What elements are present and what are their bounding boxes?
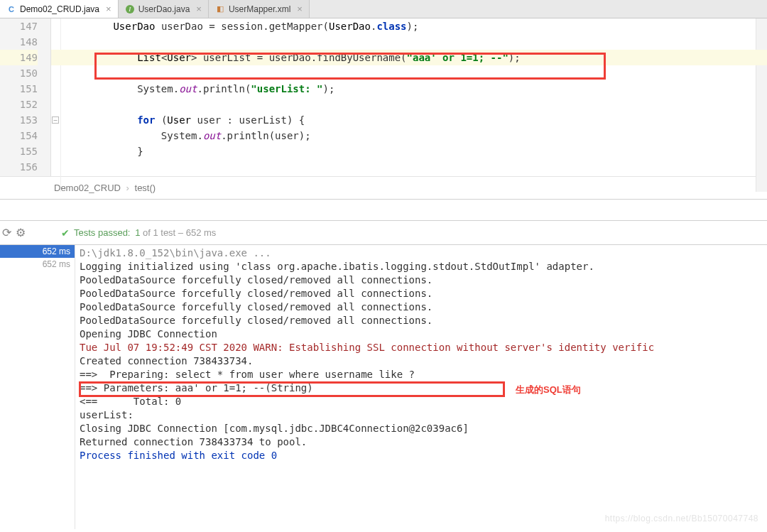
tests-passed-count: 1	[135, 227, 140, 238]
console-line: ==> Parameters: aaa' or 1=1; --(String)	[80, 381, 763, 395]
tab-label: UserDao.java	[138, 4, 190, 14]
console-line: PooledDataSource forcefully closed/remov…	[80, 314, 763, 327]
console-line: <== Total: 0	[80, 395, 763, 408]
console-line: PooledDataSource forcefully closed/remov…	[80, 273, 763, 287]
console-line: Tue Jul 07 19:52:49 CST 2020 WARN: Estab…	[80, 341, 763, 354]
code-line	[51, 97, 767, 112]
editor-tabs: C Demo02_CRUD.java × I UserDao.java × ◧ …	[0, 0, 767, 18]
tab-label: UserMapper.xml	[229, 4, 290, 14]
tests-passed-label: Tests passed:	[74, 227, 131, 238]
line-number: 150	[0, 65, 38, 81]
line-number: 152	[0, 97, 38, 112]
breadcrumb[interactable]: Demo02_CRUD › test()	[0, 176, 767, 200]
xml-file-icon: ◧	[215, 4, 225, 14]
code-line: List<User> userList = userDao.findByUser…	[51, 50, 767, 65]
code-line: UserDao userDao = session.getMapper(User…	[51, 18, 767, 34]
chevron-right-icon: ›	[126, 183, 129, 193]
console-line: PooledDataSource forcefully closed/remov…	[80, 300, 763, 314]
console-line: Created connection 738433734.	[80, 354, 763, 368]
test-tree[interactable]: 652 ms 652 ms	[0, 245, 75, 529]
console-line: Returned connection 738433734 to pool.	[80, 435, 763, 449]
close-icon[interactable]: ×	[106, 4, 111, 14]
test-runner: 652 ms 652 ms D:\jdk1.8.0_152\bin\java.e…	[0, 245, 767, 529]
console-line: ==> Preparing: select * from user where …	[80, 368, 763, 381]
test-tree-node[interactable]: 652 ms	[0, 245, 75, 258]
close-icon[interactable]: ×	[297, 4, 303, 14]
line-number: 156	[0, 159, 38, 175]
line-number: 147	[0, 18, 38, 34]
check-icon: ✔	[61, 227, 70, 239]
tab-label: Demo02_CRUD.java	[20, 4, 99, 14]
line-number: 155	[0, 143, 38, 159]
tab-demo02-crud[interactable]: C Demo02_CRUD.java ×	[0, 0, 119, 18]
breadcrumb-parent[interactable]: Demo02_CRUD	[54, 183, 121, 193]
line-number: 153	[0, 112, 38, 128]
code-line: }	[51, 143, 767, 159]
console-line: Opening JDBC Connection	[80, 327, 763, 341]
gear-icon[interactable]: ⚙	[16, 226, 26, 239]
console-line: userList:	[80, 408, 763, 422]
console-line: Logging initialized using 'class org.apa…	[80, 260, 763, 273]
code-line	[51, 65, 767, 81]
code-content[interactable]: UserDao userDao = session.getMapper(User…	[51, 18, 767, 176]
line-number: 149	[0, 50, 38, 65]
tests-passed-status: ✔ Tests passed: 1 of 1 test – 652 ms	[30, 227, 216, 239]
close-icon[interactable]: ×	[196, 4, 202, 14]
console-line: Process finished with exit code 0	[80, 449, 763, 462]
console-output[interactable]: D:\jdk1.8.0_152\bin\java.exe ...Logging …	[75, 245, 767, 529]
tests-total-label: of 1 test	[143, 227, 175, 238]
tab-usermapper[interactable]: ◧ UserMapper.xml ×	[209, 0, 310, 18]
test-status-row: ⟳ ⚙ ✔ Tests passed: 1 of 1 test – 652 ms	[0, 221, 767, 245]
line-gutter: 147 148 149 150 151 152 153 154 155 156	[0, 18, 51, 176]
code-line: System.out.println(user);	[51, 128, 767, 143]
watermark: https://blog.csdn.net/Bb15070047748	[605, 514, 758, 523]
code-line: for (User user : userList) {	[51, 112, 767, 128]
refresh-icon[interactable]: ⟳	[2, 226, 11, 239]
console-line: D:\jdk1.8.0_152\bin\java.exe ...	[80, 246, 763, 260]
console-line: Closing JDBC Connection [com.mysql.jdbc.…	[80, 422, 763, 435]
line-number: 154	[0, 128, 38, 143]
line-number: 148	[0, 34, 38, 50]
annotation-label: 生成的SQL语句	[516, 383, 581, 396]
code-line	[51, 34, 767, 50]
console-line: PooledDataSource forcefully closed/remov…	[80, 287, 763, 300]
tab-userdao[interactable]: I UserDao.java ×	[119, 0, 209, 18]
code-line	[51, 159, 767, 175]
breadcrumb-child[interactable]: test()	[135, 183, 156, 193]
java-interface-icon: I	[125, 4, 135, 14]
tests-time-label: – 652 ms	[178, 227, 216, 238]
code-editor[interactable]: – 147 148 149 150 151 152 153 154 155 15…	[0, 18, 767, 176]
java-class-icon: C	[6, 4, 16, 14]
code-line: System.out.println("userList: ");	[51, 81, 767, 97]
test-tree-node[interactable]: 652 ms	[0, 258, 75, 271]
line-number: 151	[0, 81, 38, 97]
